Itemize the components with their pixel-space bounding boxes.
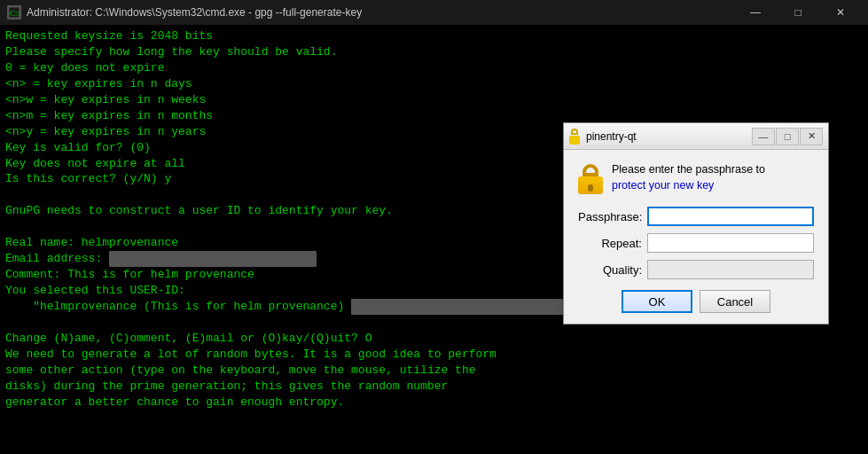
pinentry-lock-icon: [569, 129, 582, 145]
quality-bar: [647, 260, 814, 279]
pinentry-maximize-button[interactable]: □: [776, 128, 799, 145]
pinentry-title: pinentry-qt: [586, 130, 747, 143]
pinentry-description-text: Please enter the passphrase to protect y…: [612, 162, 765, 193]
line-1: Requested keysize is 2048 bits: [5, 28, 863, 44]
passphrase-row: Passphrase:: [578, 207, 814, 226]
pinentry-close-button[interactable]: ✕: [800, 128, 823, 145]
passphrase-input[interactable]: [647, 207, 814, 226]
ok-button[interactable]: OK: [622, 290, 692, 313]
line-4: <n> = key expires in n days: [5, 76, 863, 92]
pinentry-titlebar: pinentry-qt — □ ✕: [564, 123, 828, 150]
line-3: 0 = key does not expire: [5, 60, 863, 76]
repeat-row: Repeat:: [578, 233, 814, 253]
cmd-minimize-button[interactable]: —: [735, 0, 776, 25]
line-2: Please specify how long the key should b…: [5, 44, 863, 60]
quality-label: Quality:: [578, 263, 642, 277]
svg-text:C:\: C:\: [10, 9, 20, 18]
email-redacted: [109, 251, 317, 267]
cmd-close-button[interactable]: ✕: [820, 0, 861, 25]
line-5: <n>w = key expires in n weeks: [5, 92, 863, 108]
line-21: We need to generate a lot of random byte…: [5, 347, 863, 363]
line-23: disks) during the prime generation; this…: [5, 379, 863, 395]
line-20: Change (N)ame, (C)omment, (E)mail or (O)…: [5, 331, 863, 347]
cmd-titlebar: C:\ Administrator: C:\Windows\System32\c…: [0, 0, 868, 25]
pinentry-window-controls: — □ ✕: [752, 128, 823, 145]
pinentry-minimize-button[interactable]: —: [752, 128, 775, 145]
quality-row: Quality:: [578, 260, 814, 279]
pinentry-desc-line2: protect your new key: [612, 178, 765, 194]
cmd-maximize-button[interactable]: □: [778, 0, 818, 25]
repeat-label: Repeat:: [578, 237, 642, 250]
cmd-window-controls: — □ ✕: [735, 0, 861, 25]
pinentry-body: Please enter the passphrase to protect y…: [564, 150, 828, 324]
cmd-icon: C:\: [7, 5, 21, 20]
repeat-input[interactable]: [647, 233, 814, 253]
pinentry-dialog: pinentry-qt — □ ✕ Please enter the passp…: [563, 122, 829, 325]
cancel-button[interactable]: Cancel: [700, 290, 770, 313]
line-24: generator a better chance to gain enough…: [5, 395, 863, 411]
line-22: some other action (type on the keyboard,…: [5, 363, 863, 379]
passphrase-label: Passphrase:: [578, 210, 642, 223]
pinentry-description: Please enter the passphrase to protect y…: [578, 162, 814, 194]
pinentry-buttons: OK Cancel: [578, 290, 814, 313]
line-6: <n>m = key expires in n months: [5, 108, 863, 124]
pinentry-lock-big-icon: [578, 164, 603, 194]
cmd-title: Administrator: C:\Windows\System32\cmd.e…: [27, 6, 730, 19]
pinentry-desc-line1: Please enter the passphrase to: [612, 162, 765, 178]
